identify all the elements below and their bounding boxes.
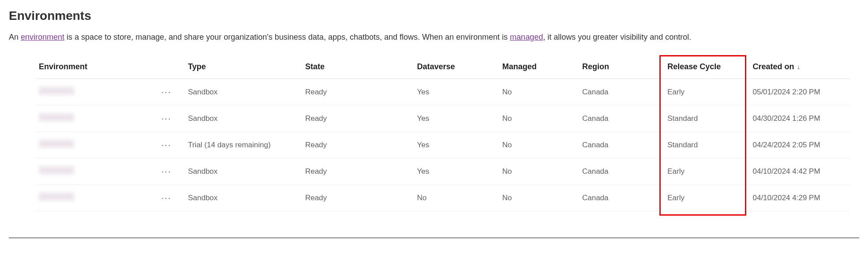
env-name-redacted <box>39 193 74 201</box>
env-name-cell[interactable] <box>35 79 158 105</box>
cell-dataverse: Yes <box>414 158 499 185</box>
intro-prefix: An <box>9 33 21 41</box>
cell-region: Canada <box>579 105 664 132</box>
cell-type: Sandbox <box>184 158 302 185</box>
cell-region: Canada <box>579 185 664 211</box>
cell-type: Sandbox <box>184 105 302 132</box>
env-name-cell[interactable] <box>35 185 158 211</box>
env-name-redacted <box>39 166 74 174</box>
col-actions <box>158 58 184 79</box>
more-actions-icon[interactable]: ··· <box>161 87 172 96</box>
more-actions-icon[interactable]: ··· <box>161 167 172 176</box>
cell-managed: No <box>499 158 579 185</box>
env-name-cell[interactable] <box>35 105 158 132</box>
cell-release-cycle: Standard <box>664 132 749 158</box>
environments-table: Environment Type State Dataverse Managed… <box>35 58 850 211</box>
environment-link[interactable]: environment <box>21 33 64 41</box>
col-region[interactable]: Region <box>579 58 664 79</box>
col-created-on[interactable]: Created on↓ <box>749 58 850 79</box>
row-actions-cell: ··· <box>158 105 184 132</box>
col-managed[interactable]: Managed <box>499 58 579 79</box>
cell-created-on: 04/10/2024 4:29 PM <box>749 185 850 211</box>
intro-mid: is a space to store, manage, and share y… <box>64 33 510 41</box>
col-release-cycle-label: Release Cycle <box>667 62 721 71</box>
more-actions-icon[interactable]: ··· <box>161 140 172 149</box>
cell-created-on: 04/10/2024 4:42 PM <box>749 158 850 185</box>
cell-type: Trial (14 days remaining) <box>184 132 302 158</box>
cell-created-on: 05/01/2024 2:20 PM <box>749 79 850 105</box>
table-row[interactable]: ···SandboxReadyYesNoCanadaEarly05/01/202… <box>35 79 850 105</box>
cell-state: Ready <box>302 158 414 185</box>
row-actions-cell: ··· <box>158 79 184 105</box>
more-actions-icon[interactable]: ··· <box>161 114 172 123</box>
table-row[interactable]: ···SandboxReadyYesNoCanadaEarly04/10/202… <box>35 158 850 185</box>
cell-release-cycle: Early <box>664 185 749 211</box>
col-release-cycle[interactable]: Release Cycle <box>664 58 749 79</box>
cell-region: Canada <box>579 79 664 105</box>
col-type[interactable]: Type <box>184 58 302 79</box>
env-name-cell[interactable] <box>35 158 158 185</box>
cell-type: Sandbox <box>184 79 302 105</box>
cell-managed: No <box>499 105 579 132</box>
cell-managed: No <box>499 79 579 105</box>
env-name-redacted <box>39 87 74 95</box>
intro-text: An environment is a space to store, mana… <box>9 33 859 42</box>
managed-link[interactable]: managed <box>510 33 543 41</box>
cell-region: Canada <box>579 158 664 185</box>
cell-managed: No <box>499 132 579 158</box>
more-actions-icon[interactable]: ··· <box>161 193 172 202</box>
row-actions-cell: ··· <box>158 185 184 211</box>
table-row[interactable]: ···SandboxReadyNoNoCanadaEarly04/10/2024… <box>35 185 850 211</box>
cell-created-on: 04/24/2024 2:05 PM <box>749 132 850 158</box>
env-name-redacted <box>39 140 74 148</box>
cell-managed: No <box>499 185 579 211</box>
cell-release-cycle: Standard <box>664 105 749 132</box>
col-created-on-label: Created on <box>752 62 794 71</box>
cell-dataverse: Yes <box>414 105 499 132</box>
cell-release-cycle: Early <box>664 158 749 185</box>
sort-desc-icon: ↓ <box>797 63 801 71</box>
cell-release-cycle: Early <box>664 79 749 105</box>
cell-state: Ready <box>302 105 414 132</box>
table-header-row: Environment Type State Dataverse Managed… <box>35 58 850 79</box>
table-row[interactable]: ···SandboxReadyYesNoCanadaStandard04/30/… <box>35 105 850 132</box>
col-managed-label: Managed <box>502 62 537 71</box>
row-actions-cell: ··· <box>158 158 184 185</box>
cell-dataverse: Yes <box>414 79 499 105</box>
env-name-redacted <box>39 113 74 121</box>
cell-region: Canada <box>579 132 664 158</box>
cell-created-on: 04/30/2024 1:26 PM <box>749 105 850 132</box>
cell-state: Ready <box>302 185 414 211</box>
col-region-label: Region <box>582 62 609 71</box>
cell-dataverse: Yes <box>414 132 499 158</box>
page-title: Environments <box>9 9 859 23</box>
cell-dataverse: No <box>414 185 499 211</box>
table-row[interactable]: ···Trial (14 days remaining)ReadyYesNoCa… <box>35 132 850 158</box>
col-state-label: State <box>305 62 325 71</box>
row-actions-cell: ··· <box>158 132 184 158</box>
cell-state: Ready <box>302 132 414 158</box>
col-dataverse[interactable]: Dataverse <box>414 58 499 79</box>
col-state[interactable]: State <box>302 58 414 79</box>
cell-state: Ready <box>302 79 414 105</box>
col-environment[interactable]: Environment <box>35 58 158 79</box>
intro-suffix: , it allows you greater visibility and c… <box>543 33 691 41</box>
bottom-divider <box>9 238 859 238</box>
cell-type: Sandbox <box>184 185 302 211</box>
col-type-label: Type <box>188 62 206 71</box>
col-dataverse-label: Dataverse <box>417 62 455 71</box>
col-environment-label: Environment <box>39 62 87 71</box>
env-name-cell[interactable] <box>35 132 158 158</box>
